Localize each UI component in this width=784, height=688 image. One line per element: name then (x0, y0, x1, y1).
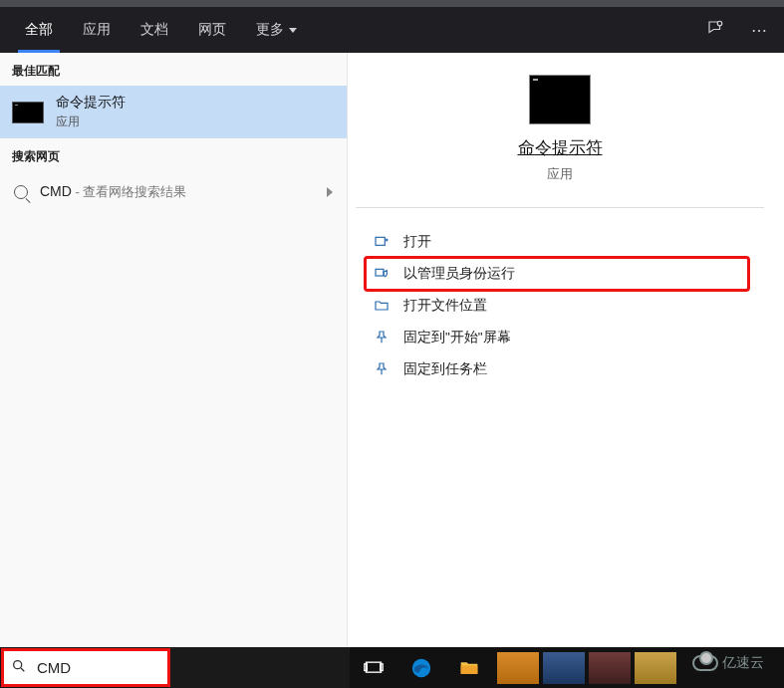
tab-all[interactable]: 全部 (10, 7, 68, 53)
action-run-as-admin[interactable]: 以管理员身份运行 (366, 258, 748, 290)
search-header: 全部 应用 文档 网页 更多 ⋯ (0, 7, 784, 53)
svg-rect-4 (367, 662, 382, 672)
action-pin-start-label: 固定到"开始"屏幕 (403, 329, 511, 346)
taskbar (0, 647, 784, 688)
taskbar-gap (168, 647, 350, 688)
search-icon (11, 658, 27, 678)
preview-panel: 命令提示符 应用 打开 以管理员身份运行 打开文件位置 (348, 53, 766, 647)
taskbar-search[interactable] (3, 650, 168, 685)
svg-rect-2 (376, 269, 384, 276)
best-match-title: 命令提示符 (56, 94, 126, 112)
search-input[interactable] (37, 659, 146, 676)
preview-actions: 打开 以管理员身份运行 打开文件位置 固定到"开始"屏幕 (356, 226, 758, 385)
results-panel: 最佳匹配 命令提示符 应用 搜索网页 CMD - 查看网络搜索结果 (0, 53, 348, 647)
watermark: 亿速云 (692, 648, 774, 678)
best-match-subtitle: 应用 (56, 114, 126, 130)
action-open-location-label: 打开文件位置 (403, 297, 487, 315)
taskbar-app-3[interactable] (589, 652, 631, 684)
edge-browser-button[interactable] (397, 647, 445, 688)
taskbar-app-2[interactable] (543, 652, 585, 684)
pin-icon (374, 361, 390, 377)
tab-docs[interactable]: 文档 (126, 7, 183, 53)
watermark-text: 亿速云 (722, 654, 764, 672)
best-match-header: 最佳匹配 (0, 53, 347, 86)
taskbar-app-4[interactable] (635, 652, 676, 684)
web-search-item[interactable]: CMD - 查看网络搜索结果 (0, 171, 347, 213)
cmd-thumbnail-icon (12, 102, 44, 123)
cloud-icon (692, 655, 718, 671)
action-pin-taskbar[interactable]: 固定到任务栏 (366, 353, 748, 385)
tab-more[interactable]: 更多 (241, 7, 312, 53)
pin-icon (374, 330, 390, 345)
web-search-query: CMD (40, 183, 72, 199)
tab-apps[interactable]: 应用 (68, 7, 126, 53)
feedback-icon[interactable] (700, 19, 730, 41)
action-pin-start[interactable]: 固定到"开始"屏幕 (366, 322, 748, 353)
action-run-as-admin-label: 以管理员身份运行 (403, 265, 515, 283)
filter-tabs: 全部 应用 文档 网页 更多 (10, 7, 312, 53)
svg-point-3 (14, 660, 22, 668)
task-view-button[interactable] (350, 647, 397, 688)
action-open[interactable]: 打开 (366, 226, 748, 258)
preview-app-icon (529, 75, 591, 124)
action-open-location[interactable]: 打开文件位置 (366, 290, 748, 322)
file-explorer-button[interactable] (445, 647, 493, 688)
action-pin-taskbar-label: 固定到任务栏 (403, 360, 487, 378)
preview-subtitle: 应用 (356, 165, 764, 183)
action-open-label: 打开 (403, 233, 431, 251)
tab-web[interactable]: 网页 (183, 7, 241, 53)
search-icon (14, 185, 28, 199)
more-options-icon[interactable]: ⋯ (744, 21, 774, 40)
chevron-down-icon (289, 28, 297, 33)
web-search-header: 搜索网页 (0, 138, 347, 171)
svg-rect-8 (461, 665, 478, 673)
web-search-text: CMD - 查看网络搜索结果 (40, 183, 186, 201)
folder-icon (374, 298, 390, 314)
taskbar-app-1[interactable] (497, 652, 539, 684)
open-icon (374, 234, 390, 250)
taskbar-running-apps (493, 652, 676, 684)
svg-rect-1 (376, 237, 385, 245)
web-search-hint: - 查看网络搜索结果 (72, 184, 187, 199)
chevron-right-icon (327, 187, 333, 197)
svg-point-0 (717, 21, 722, 26)
tab-more-label: 更多 (256, 21, 284, 39)
preview-title[interactable]: 命令提示符 (356, 136, 764, 159)
best-match-item[interactable]: 命令提示符 应用 (0, 86, 347, 138)
admin-shield-icon (374, 266, 390, 282)
